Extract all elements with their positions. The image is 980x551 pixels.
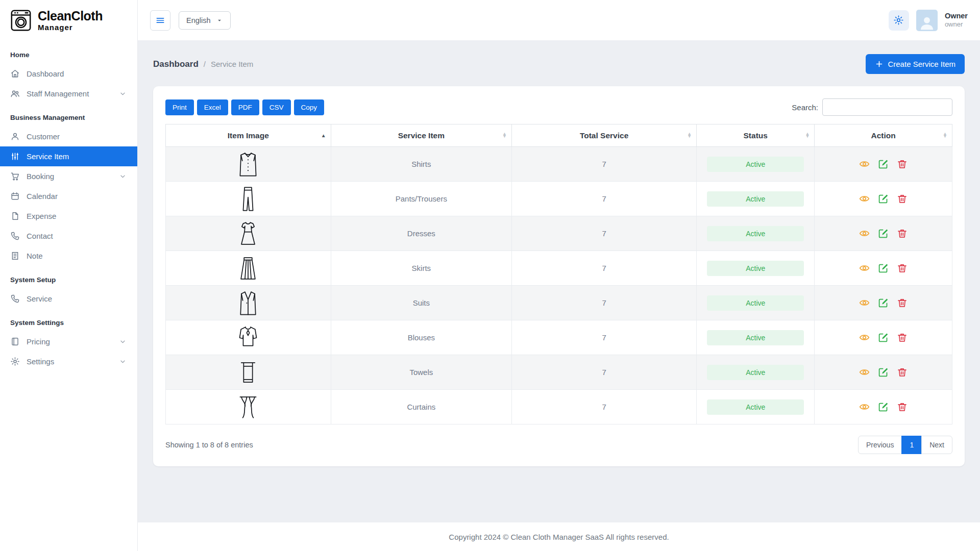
sidebar-item-customer[interactable]: Customer xyxy=(0,127,137,146)
status-badge: Active xyxy=(707,295,804,311)
service-item-name: Curtains xyxy=(331,390,511,424)
pdf-button[interactable]: PDF xyxy=(231,99,259,115)
delete-button[interactable] xyxy=(896,296,909,309)
brand-logo[interactable]: CleanCloth Manager xyxy=(0,0,137,41)
edit-button[interactable] xyxy=(877,366,890,379)
delete-button[interactable] xyxy=(896,262,909,274)
copyright-text: Copyright 2024 © Clean Cloth Manager Saa… xyxy=(449,533,669,541)
eye-icon xyxy=(859,297,870,308)
sort-icon: ▲▼ xyxy=(805,133,810,138)
edit-button[interactable] xyxy=(877,400,890,413)
sidebar-item-service-item[interactable]: Service Item xyxy=(0,146,137,166)
trash-icon xyxy=(897,367,908,378)
sidebar-item-booking[interactable]: Booking xyxy=(0,166,137,186)
sidebar-section-business-management: Business Management xyxy=(0,104,137,127)
sidebar-item-settings[interactable]: Settings xyxy=(0,352,137,371)
view-button[interactable] xyxy=(858,262,871,274)
copy-button[interactable]: Copy xyxy=(294,99,325,115)
sidebar-item-label: Calendar xyxy=(27,192,58,201)
brand-name-line2: Manager xyxy=(38,23,103,31)
language-dropdown[interactable]: English xyxy=(179,11,231,30)
brand-name-line1: CleanCloth xyxy=(38,10,103,22)
edit-icon xyxy=(878,297,889,308)
table-row-skirts: Skirts 7 Active xyxy=(166,251,952,286)
phone-icon xyxy=(10,231,20,241)
edit-button[interactable] xyxy=(877,192,890,205)
next-page-button[interactable]: Next xyxy=(921,436,952,454)
page-content: Dashboard / Service Item Create Service … xyxy=(138,41,980,522)
sidebar-item-service[interactable]: Service xyxy=(0,289,137,309)
avatar[interactable] xyxy=(916,10,938,31)
service-item-table: Item Image ▲ Service Item ▲▼ Total Servi… xyxy=(165,124,952,424)
edit-button[interactable] xyxy=(877,262,890,274)
view-button[interactable] xyxy=(858,192,871,205)
edit-button[interactable] xyxy=(877,158,890,170)
previous-page-button[interactable]: Previous xyxy=(858,436,902,454)
view-button[interactable] xyxy=(858,158,871,170)
settings-button[interactable] xyxy=(889,10,909,31)
breadcrumb-current: Service Item xyxy=(211,60,253,68)
column-header-total-service[interactable]: Total Service ▲▼ xyxy=(512,124,697,147)
sidebar-item-dashboard[interactable]: Dashboard xyxy=(0,64,137,84)
delete-button[interactable] xyxy=(896,227,909,240)
table-toolbar: Print Excel PDF CSV Copy Search: xyxy=(165,98,952,116)
edit-icon xyxy=(878,159,889,169)
table-row-shirts: Shirts 7 Active xyxy=(166,147,952,182)
sidebar-item-expense[interactable]: Expense xyxy=(0,206,137,226)
view-button[interactable] xyxy=(858,227,871,240)
delete-button[interactable] xyxy=(896,158,909,170)
sidebar-item-pricing[interactable]: Pricing xyxy=(0,332,137,352)
washing-machine-icon xyxy=(9,9,33,32)
chevron-down-icon xyxy=(118,172,127,181)
excel-button[interactable]: Excel xyxy=(197,99,228,115)
column-header-action[interactable]: Action ▲▼ xyxy=(815,124,952,147)
sort-icon: ▲▼ xyxy=(687,133,692,138)
suit-illustration-icon xyxy=(237,290,259,316)
total-service-count: 7 xyxy=(512,147,697,182)
edit-button[interactable] xyxy=(877,227,890,240)
chevron-down-icon xyxy=(118,357,127,366)
delete-button[interactable] xyxy=(896,331,909,344)
sidebar-item-label: Customer xyxy=(27,132,60,141)
sidebar-item-label: Settings xyxy=(27,357,54,366)
edit-button[interactable] xyxy=(877,331,890,344)
sidebar-item-label: Pricing xyxy=(27,337,50,346)
sidebar-item-staff-management[interactable]: Staff Management xyxy=(0,84,137,104)
search-input[interactable] xyxy=(822,98,952,116)
service-item-name: Towels xyxy=(331,355,511,390)
eye-icon xyxy=(859,332,870,343)
column-header-item-image[interactable]: Item Image ▲ xyxy=(166,124,331,147)
caret-down-icon xyxy=(216,17,223,24)
column-header-service-item[interactable]: Service Item ▲▼ xyxy=(331,124,511,147)
view-button[interactable] xyxy=(858,296,871,309)
print-button[interactable]: Print xyxy=(165,99,194,115)
csv-button[interactable]: CSV xyxy=(262,99,291,115)
sidebar-item-contact[interactable]: Contact xyxy=(0,226,137,246)
view-button[interactable] xyxy=(858,331,871,344)
breadcrumb-dashboard-link[interactable]: Dashboard xyxy=(153,59,199,69)
eye-icon xyxy=(859,193,870,204)
service-item-name: Shirts xyxy=(331,147,511,182)
status-badge: Active xyxy=(707,191,804,207)
delete-button[interactable] xyxy=(896,192,909,205)
view-button[interactable] xyxy=(858,366,871,379)
service-item-name: Blouses xyxy=(331,320,511,355)
sidebar-item-calendar[interactable]: Calendar xyxy=(0,186,137,206)
shirt-illustration-icon xyxy=(237,151,259,178)
sidebar-toggle-button[interactable] xyxy=(150,10,170,31)
trash-icon xyxy=(897,332,908,343)
sort-icon: ▲▼ xyxy=(502,133,507,138)
eye-icon xyxy=(859,402,870,412)
sidebar-item-note[interactable]: Note xyxy=(0,246,137,266)
create-service-item-button[interactable]: Create Service Item xyxy=(866,54,965,74)
delete-button[interactable] xyxy=(896,400,909,413)
page-1-button[interactable]: 1 xyxy=(901,436,922,454)
view-button[interactable] xyxy=(858,400,871,413)
delete-button[interactable] xyxy=(896,366,909,379)
total-service-count: 7 xyxy=(512,320,697,355)
status-badge: Active xyxy=(707,157,804,172)
column-header-status[interactable]: Status ▲▼ xyxy=(697,124,815,147)
total-service-count: 7 xyxy=(512,390,697,424)
edit-button[interactable] xyxy=(877,296,890,309)
edit-icon xyxy=(878,402,889,412)
